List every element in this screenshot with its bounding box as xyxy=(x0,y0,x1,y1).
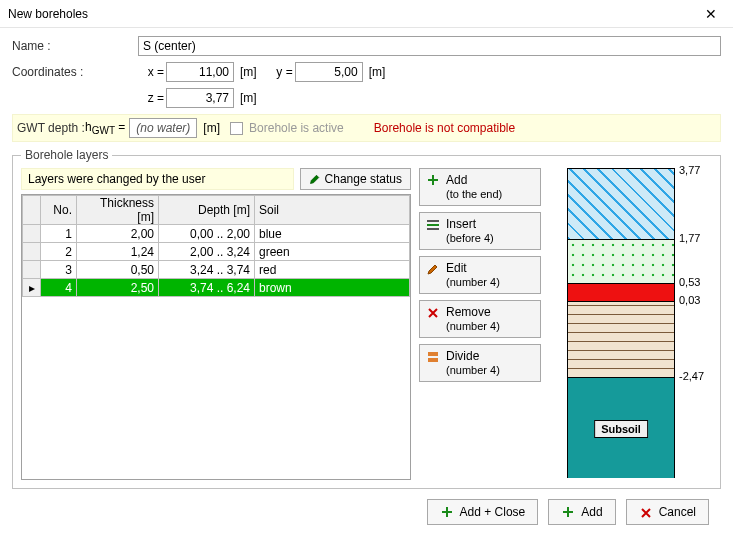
coords-label: Coordinates : xyxy=(12,65,138,79)
titlebar: New boreholes ✕ xyxy=(0,0,733,28)
viz-layer-subsoil: Subsoil xyxy=(568,377,674,478)
actions-column: Add(to the end) Insert(before 4) Edit(nu… xyxy=(419,168,541,480)
row-marker: ▸ xyxy=(23,279,41,297)
dialog-content: Name : Coordinates : x = [m] y = [m] z =… xyxy=(0,28,733,534)
grid-corner xyxy=(23,196,41,225)
add-close-button[interactable]: Add + Close xyxy=(427,499,539,525)
insert-button[interactable]: Insert(before 4) xyxy=(419,212,541,250)
change-status-label: Change status xyxy=(325,172,402,186)
name-label: Name : xyxy=(12,39,138,53)
x-unit: [m] xyxy=(240,65,257,79)
tick-3: 0,03 xyxy=(679,294,700,306)
remove-icon xyxy=(426,306,440,320)
table-row[interactable]: 1 2,00 0,00 .. 2,00 blue xyxy=(23,225,410,243)
x-label: x = xyxy=(138,65,164,79)
divide-button[interactable]: Divide(number 4) xyxy=(419,344,541,382)
plus-icon xyxy=(561,506,575,520)
table-row[interactable]: 3 0,50 3,24 .. 3,74 red xyxy=(23,261,410,279)
col-soil: Soil xyxy=(255,196,410,225)
close-icon: ✕ xyxy=(705,6,717,22)
layers-legend: Borehole layers xyxy=(21,148,112,162)
add-button[interactable]: Add(to the end) xyxy=(419,168,541,206)
viz-layer-brown xyxy=(568,301,674,377)
coord-row-xy: Coordinates : x = [m] y = [m] xyxy=(12,62,721,82)
left-column: Layers were changed by the user Change s… xyxy=(21,168,411,480)
pencil-icon xyxy=(309,173,321,185)
col-depth: Depth [m] xyxy=(159,196,255,225)
col-thickness: Thickness [m] xyxy=(77,196,159,225)
compat-warning: Borehole is not compatible xyxy=(374,121,515,135)
active-label: Borehole is active xyxy=(249,121,344,135)
y-unit: [m] xyxy=(369,65,386,79)
plus-icon xyxy=(426,174,440,188)
layers-fieldset: Borehole layers Layers were changed by t… xyxy=(12,148,721,489)
edit-icon xyxy=(426,262,440,276)
cancel-icon xyxy=(639,506,653,520)
tick-4: -2,47 xyxy=(679,370,704,382)
hgwt-unit: [m] xyxy=(203,121,220,135)
viz-layer-red xyxy=(568,283,674,301)
gwt-label: GWT depth : xyxy=(17,121,85,135)
tick-0: 3,77 xyxy=(679,164,700,176)
gwt-row: GWT depth : hGWT = [m] Borehole is activ… xyxy=(12,114,721,142)
status-message: Layers were changed by the user xyxy=(21,168,294,190)
hgwt-input[interactable] xyxy=(129,118,197,138)
insert-icon xyxy=(426,218,440,232)
viz-column: Subsoil 3,77 1,77 0,53 0,03 -2,47 xyxy=(549,168,712,480)
change-status-button[interactable]: Change status xyxy=(300,168,411,190)
z-input[interactable] xyxy=(166,88,234,108)
z-unit: [m] xyxy=(240,91,257,105)
divide-icon xyxy=(426,350,440,364)
footer: Add + Close Add Cancel xyxy=(12,489,721,525)
subsoil-label: Subsoil xyxy=(594,420,648,438)
cancel-button[interactable]: Cancel xyxy=(626,499,709,525)
y-label: y = xyxy=(267,65,293,79)
svg-rect-1 xyxy=(427,224,439,226)
footer-add-button[interactable]: Add xyxy=(548,499,615,525)
active-checkbox[interactable] xyxy=(230,122,243,135)
svg-rect-2 xyxy=(427,228,439,230)
y-input[interactable] xyxy=(295,62,363,82)
close-button[interactable]: ✕ xyxy=(697,0,725,28)
borehole-viz: Subsoil xyxy=(567,168,675,478)
remove-button[interactable]: Remove(number 4) xyxy=(419,300,541,338)
svg-rect-0 xyxy=(427,220,439,222)
col-no: No. xyxy=(41,196,77,225)
plus-icon xyxy=(440,506,454,520)
hgwt-label: hGWT = xyxy=(85,120,125,136)
viz-layer-blue xyxy=(568,169,674,239)
x-input[interactable] xyxy=(166,62,234,82)
z-label: z = xyxy=(138,91,164,105)
table-row[interactable]: 2 1,24 2,00 .. 3,24 green xyxy=(23,243,410,261)
svg-rect-4 xyxy=(428,358,438,362)
tick-1: 1,77 xyxy=(679,232,700,244)
name-row: Name : xyxy=(12,36,721,56)
coord-row-z: z = [m] xyxy=(12,88,721,108)
window-title: New boreholes xyxy=(8,7,697,21)
edit-button[interactable]: Edit(number 4) xyxy=(419,256,541,294)
viz-layer-green xyxy=(568,239,674,283)
table-row-selected[interactable]: ▸ 4 2,50 3,74 .. 6,24 brown xyxy=(23,279,410,297)
name-input[interactable] xyxy=(138,36,721,56)
tick-2: 0,53 xyxy=(679,276,700,288)
layers-grid[interactable]: No. Thickness [m] Depth [m] Soil 1 2,00 xyxy=(21,194,411,480)
svg-rect-3 xyxy=(428,352,438,356)
